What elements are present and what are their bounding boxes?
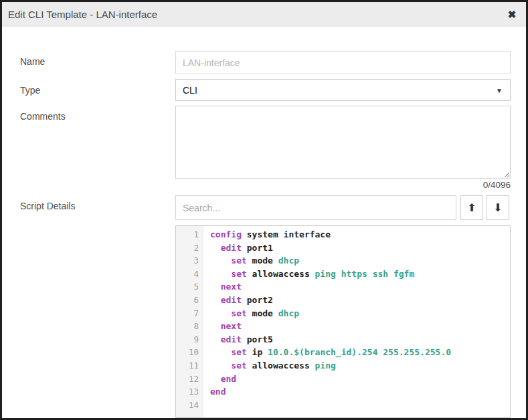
cli-script-editor[interactable]: 1config system interface2 edit port13 se… [175, 225, 511, 418]
comments-textarea[interactable] [175, 106, 511, 179]
line-number: 13 [176, 385, 203, 399]
code-line: 13end [176, 385, 510, 399]
code-line: 2 edit port1 [176, 241, 510, 255]
chevron-down-icon: ▼ [496, 86, 503, 94]
line-code: set ip 10.0.$(branch_id).254 255.255.255… [203, 346, 451, 359]
line-number: 10 [176, 346, 203, 359]
arrow-down-icon: ⬇ [493, 201, 502, 214]
arrow-up-icon: ⬆ [467, 201, 476, 214]
code-line: 7 set mode dhcp [176, 307, 510, 320]
line-code: set allowaccess ping https ssh fgfm [203, 268, 414, 281]
code-line: 11 set allowaccess ping [176, 359, 510, 373]
code-line: 10 set ip 10.0.$(branch_id).254 255.255.… [176, 346, 510, 359]
code-line: 4 set allowaccess ping https ssh fgfm [176, 268, 510, 281]
code-line: 1config system interface [176, 228, 510, 241]
line-number: 6 [176, 294, 203, 307]
line-number: 1 [176, 228, 203, 241]
line-code [203, 399, 210, 412]
line-number: 5 [176, 280, 203, 294]
code-line: 8 next [176, 320, 510, 333]
line-number: 4 [176, 268, 203, 281]
search-prev-button[interactable]: ⬆ [460, 195, 483, 220]
type-select[interactable]: CLI ▼ [175, 79, 511, 101]
code-line: 12 end [176, 373, 510, 386]
type-select-value: CLI [183, 85, 197, 96]
code-line: 9 edit port5 [176, 333, 510, 346]
line-number: 2 [176, 241, 203, 255]
line-code: edit port2 [203, 294, 273, 307]
line-code: edit port5 [203, 333, 273, 346]
line-number: 11 [176, 359, 203, 373]
line-code: end [203, 373, 236, 386]
code-line: 6 edit port2 [176, 294, 510, 307]
dialog-title: Edit CLI Template - LAN-interface [2, 9, 157, 20]
script-details-label: Script Details [20, 201, 75, 211]
code-editor-lines: 1config system interface2 edit port13 se… [176, 228, 510, 411]
comments-label: Comments [20, 111, 66, 122]
line-number: 3 [176, 254, 203, 268]
search-input[interactable] [175, 195, 456, 220]
line-code: set allowaccess ping [203, 359, 336, 373]
line-code: next [203, 320, 242, 333]
line-code: edit port1 [203, 241, 273, 255]
line-number: 12 [176, 373, 203, 386]
line-code: config system interface [203, 228, 331, 241]
line-number: 9 [176, 333, 203, 346]
edit-cli-template-dialog: Edit CLI Template - LAN-interface ✖ Name… [0, 0, 528, 420]
search-next-button[interactable]: ⬇ [487, 195, 509, 220]
close-icon[interactable]: ✖ [503, 2, 521, 27]
line-number: 7 [176, 307, 203, 320]
line-code: next [203, 280, 242, 294]
line-code: set mode dhcp [203, 254, 299, 268]
type-label: Type [20, 85, 40, 96]
code-line: 14 [176, 399, 510, 412]
line-number: 8 [176, 320, 203, 333]
line-code: end [203, 385, 226, 399]
comments-char-counter: 0/4096 [483, 180, 511, 190]
line-code: set mode dhcp [203, 307, 299, 320]
code-line: 3 set mode dhcp [176, 254, 510, 268]
line-number: 14 [176, 399, 203, 412]
code-line: 5 next [176, 280, 510, 294]
name-label: Name [20, 56, 45, 67]
dialog-titlebar: Edit CLI Template - LAN-interface [2, 2, 526, 27]
name-input[interactable] [175, 51, 511, 74]
